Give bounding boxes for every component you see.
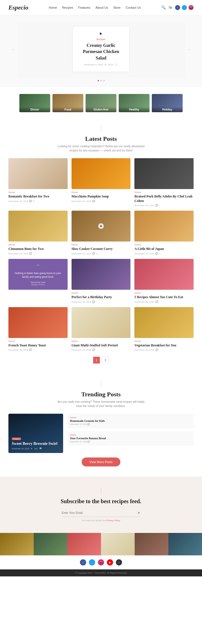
nav-recipes[interactable]: Recipes bbox=[62, 6, 73, 9]
hero-prev-arrow[interactable]: ‹ bbox=[13, 48, 13, 51]
gallery-item-4[interactable] bbox=[101, 533, 135, 555]
post-card-4[interactable]: Dinner Cinnamon Buns for Two November 25… bbox=[8, 211, 68, 255]
trending-item-1-comment: 💬 bbox=[88, 423, 90, 425]
logo[interactable]: Especio bbox=[8, 4, 28, 11]
post-img-12 bbox=[134, 307, 194, 338]
post-card-9[interactable]: Dinner 5 Recipes Almost Too Cute To Eat … bbox=[134, 259, 194, 303]
footer-youtube[interactable]: ▶ bbox=[107, 559, 113, 565]
post-cat-11: Dinner bbox=[72, 340, 131, 342]
post-card-3[interactable]: Dinner Braised Pork Belly Adobo By Chef … bbox=[134, 158, 194, 207]
privacy-link[interactable]: Privacy Policy bbox=[106, 519, 120, 522]
trending-item-2-meta: November 26, 2018 💬 bbox=[70, 441, 191, 443]
views-count: 341 bbox=[34, 448, 38, 450]
nav-store[interactable]: Store bbox=[113, 6, 120, 9]
send-icon[interactable]: ➤ bbox=[137, 511, 140, 515]
copyright: © Copyright 2022 - ThemeREX. All Rights … bbox=[0, 569, 202, 576]
gallery-item-6[interactable] bbox=[168, 533, 202, 555]
nav: Home Recipes Features About Us Store Con… bbox=[49, 6, 141, 9]
trending-item-1[interactable]: Snacks Homemade Granola for Kids Novembe… bbox=[67, 414, 194, 428]
post-date-8: November 26, 2018💬 bbox=[72, 301, 131, 303]
dot-1[interactable] bbox=[98, 80, 99, 81]
post-card-2[interactable]: Dinner Macchiato Pumpkin Soup November 2… bbox=[72, 158, 131, 207]
hero-section: ‹ Recipes Creamy Garlic Parmesan Chicken… bbox=[0, 15, 202, 87]
post-img-5 bbox=[72, 211, 131, 242]
dot-2[interactable] bbox=[100, 80, 102, 81]
post-card-6[interactable]: Dinner A Little Bit of Japan November 25… bbox=[134, 211, 194, 255]
cat-holiday-label: Holiday bbox=[152, 107, 183, 112]
trending-date: November 26, 2018 bbox=[12, 448, 29, 450]
post-card-1[interactable]: Dinner Romantic Breakfast for Two Novemb… bbox=[8, 158, 68, 207]
trending-item-2[interactable]: Snacks Your Favourite Banana Bread Novem… bbox=[67, 431, 194, 446]
post-img-8 bbox=[72, 259, 131, 290]
post-card-10[interactable]: Dinner French Toast Honey Toast November… bbox=[8, 307, 68, 351]
play-button[interactable] bbox=[100, 32, 102, 35]
trending-subtitle: Are you really into cooking? These homem… bbox=[56, 400, 146, 408]
post-title-3: Braised Pork Belly Adobo By Chef Leah Co… bbox=[134, 194, 194, 203]
trending-item-2-date: November 26, 2018 bbox=[70, 441, 87, 443]
post-title-5: Slow Cooker Coconut Curry bbox=[72, 247, 131, 251]
footer-facebook[interactable]: f bbox=[80, 559, 86, 565]
cat-food[interactable]: Food bbox=[52, 94, 83, 112]
trending-title: Trending Posts bbox=[8, 391, 194, 398]
post-title-4: Cinnamon Buns for Two bbox=[8, 247, 68, 251]
latest-posts-section: Latest Posts Looking for some cooking in… bbox=[0, 119, 202, 375]
post-title-11: Giant Multi-Stuffed Soft Pretzel bbox=[72, 343, 131, 348]
view-more-button[interactable]: View More Posts bbox=[82, 457, 120, 466]
quote-role: Design Director bbox=[31, 284, 45, 286]
nav-contact[interactable]: Contact Us bbox=[126, 6, 141, 9]
page-2[interactable]: 2 bbox=[102, 357, 109, 364]
post-play-5[interactable] bbox=[98, 223, 104, 229]
gallery-item-3[interactable] bbox=[67, 533, 101, 555]
post-date-12: November 26, 2018💬 bbox=[134, 349, 194, 351]
privacy-text: I've read and accept the bbox=[82, 519, 105, 522]
footer-instagram[interactable]: 📷 bbox=[98, 559, 104, 565]
footer-tumblr[interactable]: t bbox=[116, 559, 122, 565]
twitter-icon[interactable]: t bbox=[182, 5, 187, 10]
facebook-icon[interactable]: f bbox=[175, 5, 180, 10]
post-date-11: November 25, 2018💬 bbox=[72, 349, 131, 351]
trending-main-meta: November 26, 2018 👁 341 💬 bbox=[12, 447, 42, 450]
cat-dinner-label: Dinner bbox=[19, 107, 50, 112]
gallery-item-2[interactable] bbox=[34, 533, 67, 555]
post-img-4 bbox=[8, 211, 68, 242]
quote-author: Someone Said bbox=[31, 281, 45, 284]
social-icons: f t 📷 bbox=[175, 5, 194, 10]
nav-about[interactable]: About Us bbox=[95, 6, 108, 9]
search-icon[interactable]: 🔍 bbox=[161, 5, 166, 10]
post-cat-12: Dinner bbox=[134, 340, 194, 342]
post-cat-3: Dinner bbox=[134, 191, 194, 194]
post-date-9: November 26, 2018💬 bbox=[134, 301, 194, 303]
instagram-icon[interactable]: 📷 bbox=[189, 5, 194, 10]
post-card-8[interactable]: Dinner Perfect for a Birthday Party Nove… bbox=[72, 259, 131, 303]
post-title-8: Perfect for a Birthday Party bbox=[72, 295, 131, 300]
post-card-12[interactable]: Dinner Vegetarian Breakfast for You Nove… bbox=[134, 307, 194, 351]
page-1[interactable]: 1 bbox=[93, 357, 100, 364]
subscribe-input[interactable] bbox=[62, 509, 137, 517]
gallery-item-1[interactable] bbox=[0, 533, 34, 555]
post-cat-9: Dinner bbox=[134, 292, 194, 294]
post-card-11[interactable]: Dinner Giant Multi-Stuffed Soft Pretzel … bbox=[72, 307, 131, 351]
post-card-5[interactable]: Dinner Slow Cooker Coconut Curry Novembe… bbox=[72, 211, 131, 255]
post-img-2 bbox=[72, 158, 131, 189]
trending-main-post[interactable]: Snacks Sweet Berry Brownie Swirl Novembe… bbox=[8, 414, 63, 453]
dot-3[interactable] bbox=[103, 80, 105, 81]
gallery-item-5[interactable] bbox=[135, 533, 168, 555]
nav-features[interactable]: Features bbox=[78, 6, 90, 9]
post-date-5: November 26, 2018💬5 bbox=[72, 252, 131, 255]
footer-twitter[interactable]: t bbox=[89, 559, 95, 565]
post-img-11 bbox=[72, 307, 131, 338]
cat-gluten[interactable]: Gluten-free bbox=[86, 94, 116, 112]
hero-next-arrow[interactable]: › bbox=[189, 48, 189, 51]
post-cat-2: Dinner bbox=[72, 191, 131, 194]
post-title-12: Vegetarian Breakfast for You bbox=[134, 343, 194, 348]
cat-healthy[interactable]: Healthy bbox=[119, 94, 150, 112]
header: Especio Home Recipes Features About Us S… bbox=[0, 0, 202, 15]
cart-icon[interactable]: 🛍 bbox=[169, 5, 172, 10]
post-title-9: 5 Recipes Almost Too Cute To Eat bbox=[134, 295, 194, 300]
cat-holiday[interactable]: Holiday bbox=[152, 94, 183, 112]
cat-gluten-label: Gluten-free bbox=[86, 107, 116, 112]
post-date-4: November 25, 2018💬 bbox=[8, 252, 68, 255]
trending-item-2-title: Your Favourite Banana Bread bbox=[70, 437, 191, 440]
cat-dinner[interactable]: Dinner bbox=[19, 94, 50, 112]
nav-home[interactable]: Home bbox=[49, 6, 57, 9]
